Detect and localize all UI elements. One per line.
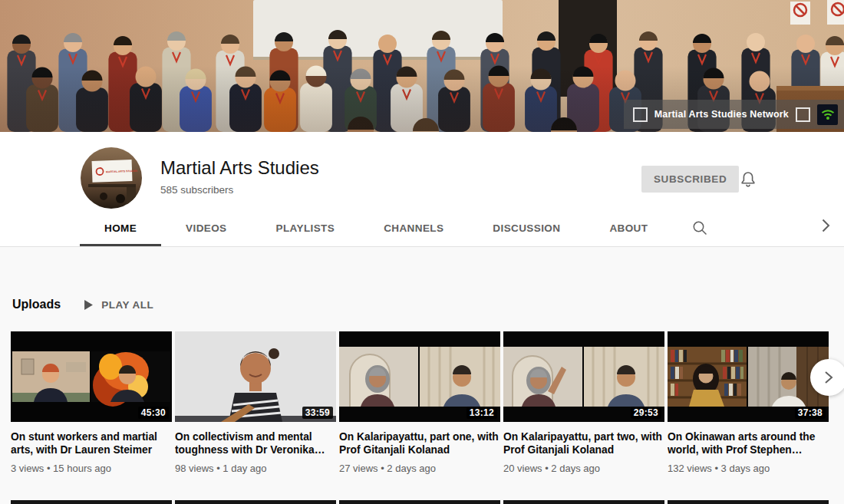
video-title[interactable]: On collectivism and mental toughness wit…	[175, 430, 336, 456]
uploads-heading: Uploads	[12, 298, 61, 311]
video-card: 45:30 On stunt workers and martial arts,…	[11, 331, 172, 474]
play-icon	[84, 300, 93, 310]
video-thumbnail[interactable]: 29:53	[503, 331, 664, 422]
uploads-section-header: Uploads PLAY ALL	[12, 298, 153, 311]
channel-tabs: HOME VIDEOS PLAYLISTS CHANNELS DISCUSSIO…	[80, 209, 727, 246]
video-meta: 3 views • 15 hours ago	[11, 463, 172, 474]
channel-avatar[interactable]: MARTIAL ARTS STUDIES	[81, 147, 142, 209]
tab-about[interactable]: ABOUT	[585, 209, 672, 246]
carousel-next-button[interactable]	[810, 359, 844, 396]
channel-header: MARTIAL ARTS STUDIES Martial Arts Studie…	[0, 132, 844, 247]
duration-badge: 33:59	[302, 407, 333, 419]
video-card: 13:12 On Kalaripayattu, part one, with P…	[339, 331, 500, 474]
channel-title: Martial Arts Studies	[160, 157, 319, 179]
rss-wifi-icon[interactable]	[817, 104, 838, 125]
play-all-label: PLAY ALL	[101, 299, 153, 311]
play-all-button[interactable]: PLAY ALL	[84, 299, 153, 311]
channel-home-content: Uploads PLAY ALL	[0, 247, 844, 504]
tab-playlists[interactable]: PLAYLISTS	[252, 209, 360, 246]
video-meta: 27 views • 2 days ago	[339, 463, 500, 474]
banner-link-icon[interactable]	[796, 107, 810, 122]
banner-links-bar: Martial Arts Studies Network	[624, 100, 844, 129]
next-row-thumbnail-peek	[175, 500, 336, 504]
tab-discussion[interactable]: DISCUSSION	[468, 209, 585, 246]
video-card: 33:59 On collectivism and mental toughne…	[175, 331, 336, 474]
video-title[interactable]: On stunt workers and martial arts, with …	[11, 430, 172, 456]
video-thumbnail[interactable]: 13:12	[339, 331, 500, 422]
channel-search-icon[interactable]	[672, 209, 727, 246]
video-title[interactable]: On Kalaripayattu, part two, with Prof Gi…	[503, 430, 664, 456]
video-thumbnail[interactable]: 45:30	[11, 331, 172, 422]
duration-badge: 29:53	[631, 407, 661, 419]
banner-network-link[interactable]: Martial Arts Studies Network	[654, 109, 789, 120]
uploads-video-row: 45:30 On stunt workers and martial arts,…	[11, 331, 829, 474]
video-meta: 20 views • 2 days ago	[503, 463, 664, 474]
wifi-glyph	[820, 107, 836, 121]
banner-link-icon[interactable]	[633, 107, 648, 122]
channel-banner: Martial Arts Studies Network	[0, 0, 844, 132]
notification-bell-icon[interactable]	[739, 170, 757, 188]
avatar-photo: MARTIAL ARTS STUDIES	[81, 147, 142, 209]
video-title[interactable]: On Kalaripayattu, part one, with Prof Gi…	[339, 430, 500, 456]
video-card: 37:38 On Okinawan arts around the world,…	[668, 331, 829, 474]
subscribed-button[interactable]: SUBSCRIBED	[641, 166, 739, 193]
video-thumbnail[interactable]: 33:59	[175, 331, 336, 422]
tab-home[interactable]: HOME	[80, 209, 161, 246]
next-row-thumbnail-peek	[11, 500, 172, 504]
video-card: 29:53 On Kalaripayattu, part two, with P…	[503, 331, 664, 474]
duration-badge: 13:12	[467, 407, 497, 419]
duration-badge: 45:30	[138, 407, 169, 419]
video-meta: 132 views • 3 days ago	[668, 463, 829, 474]
tab-channels[interactable]: CHANNELS	[359, 209, 468, 246]
tabs-overflow-chevron-icon[interactable]	[822, 219, 830, 236]
duration-badge: 37:38	[795, 407, 826, 419]
chevron-right-icon	[824, 371, 833, 384]
video-thumbnail[interactable]: 37:38	[668, 331, 829, 422]
video-meta: 98 views • 1 day ago	[175, 463, 336, 474]
tab-videos[interactable]: VIDEOS	[161, 209, 251, 246]
next-row-thumbnail-peek	[668, 500, 829, 504]
video-title[interactable]: On Okinawan arts around the world, with …	[668, 430, 829, 456]
next-row-thumbnail-peek	[339, 500, 500, 504]
channel-info: Martial Arts Studies 585 subscribers	[160, 157, 319, 196]
next-row-thumbnail-peek	[503, 500, 664, 504]
subscriber-count: 585 subscribers	[160, 184, 319, 196]
